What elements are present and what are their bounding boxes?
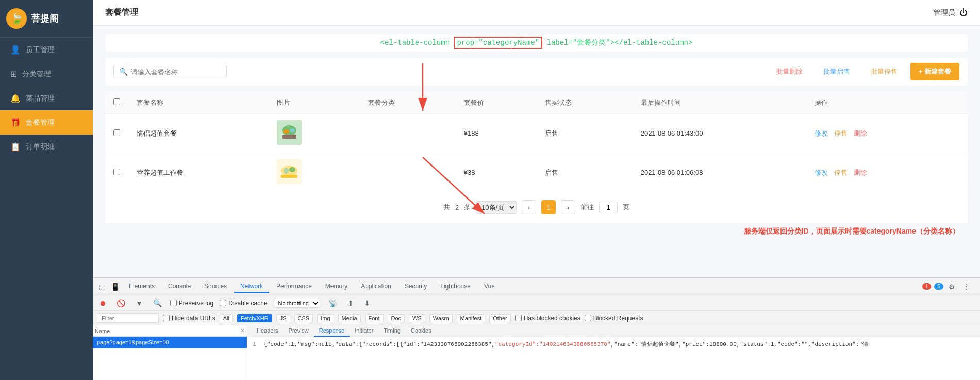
filter-font-btn[interactable]: Font — [365, 314, 384, 322]
tab-lighthouse[interactable]: Lighthouse — [434, 280, 477, 293]
add-setmeal-button[interactable]: + 新建套餐 — [910, 63, 959, 80]
logo-icon: 🍃 — [6, 8, 27, 29]
stop-btn-1[interactable]: 停售 — [834, 129, 848, 137]
import-btn[interactable]: 📡 — [326, 298, 339, 308]
header-user: 管理员 ⏻ — [934, 8, 968, 18]
filter-other-btn[interactable]: Other — [489, 314, 511, 322]
row-time-1: 2021-08-06 01:43:00 — [633, 114, 807, 153]
batch-delete-button[interactable]: 批量删除 — [768, 63, 810, 80]
warning-badge: 5 — [934, 283, 943, 290]
tab-sources[interactable]: Sources — [198, 280, 233, 293]
sidebar-item-category[interactable]: ⊞ 分类管理 — [0, 62, 93, 86]
svg-rect-2 — [282, 135, 296, 139]
filter-all-btn[interactable]: All — [220, 314, 233, 322]
disable-cache-checkbox[interactable] — [220, 300, 226, 306]
toolbar: 🔍 批量删除 批量启售 批量停售 + 新建套餐 — [105, 58, 968, 86]
row-name-1: 情侣超值套餐 — [128, 114, 269, 153]
row-checkbox-1[interactable] — [113, 129, 120, 136]
nr-tab-timing[interactable]: Timing — [378, 325, 406, 337]
filter-doc-btn[interactable]: Doc — [388, 314, 405, 322]
row-name-2: 营养超值工作餐 — [128, 153, 269, 192]
edit-btn-2[interactable]: 修改 — [815, 169, 828, 176]
record-btn[interactable]: ⏺ — [97, 298, 108, 308]
tab-vue[interactable]: Vue — [478, 280, 501, 293]
nr-tab-response[interactable]: Response — [314, 325, 350, 337]
row-img-2 — [269, 153, 360, 192]
delete-btn-2[interactable]: 删除 — [854, 169, 867, 176]
blocked-requests-checkbox[interactable] — [585, 315, 591, 321]
batch-stop-button[interactable]: 批量停售 — [863, 63, 905, 80]
sidebar-item-staff[interactable]: 👤 员工管理 — [0, 38, 93, 62]
devtools-filter-bar: Hide data URLs All Fetch/XHR JS CSS Img … — [93, 311, 980, 325]
filter-css-btn[interactable]: CSS — [294, 314, 313, 322]
filter-wasm-btn[interactable]: Wasm — [429, 314, 453, 322]
nr-tab-cookies[interactable]: Cookies — [406, 325, 437, 337]
delete-btn-1[interactable]: 删除 — [854, 129, 867, 137]
tab-console[interactable]: Console — [162, 280, 197, 293]
tab-performance[interactable]: Performance — [270, 280, 318, 293]
more-icon[interactable]: ⋮ — [960, 282, 972, 292]
clear-btn[interactable]: 🚫 — [114, 298, 127, 308]
sidebar-item-category-label: 分类管理 — [22, 70, 51, 79]
filter-manifest-btn[interactable]: Manifest — [457, 314, 486, 322]
filter-fetchxhr-btn[interactable]: Fetch/XHR — [237, 314, 272, 322]
settings-icon[interactable]: ⚙ — [946, 282, 957, 292]
filter-ws-btn[interactable]: WS — [409, 314, 425, 322]
filter-media-btn[interactable]: Media — [338, 314, 361, 322]
hide-data-urls-checkbox[interactable] — [163, 315, 170, 321]
filter-img-btn[interactable]: Img — [317, 314, 334, 322]
food-image-1 — [277, 120, 302, 145]
blocked-requests-text: Blocked Requests — [593, 315, 643, 322]
logout-icon[interactable]: ⏻ — [959, 8, 968, 18]
search-input[interactable] — [131, 68, 221, 76]
row-price-1: ¥188 — [456, 114, 537, 153]
search-icon: 🔍 — [119, 68, 128, 76]
nr-tab-preview[interactable]: Preview — [284, 325, 314, 337]
col-close[interactable]: ✕ — [240, 327, 245, 334]
prev-page-btn[interactable]: ‹ — [522, 200, 536, 214]
filter-input[interactable] — [97, 313, 159, 323]
filter-btn-icon[interactable]: ▼ — [134, 298, 145, 308]
select-all-checkbox[interactable] — [113, 98, 120, 105]
sidebar-item-setmeal-label: 套餐管理 — [26, 118, 55, 127]
throttle-select[interactable]: No throttling — [274, 299, 320, 308]
tab-network[interactable]: Network — [234, 280, 269, 293]
col-name-header: Name — [95, 328, 110, 334]
tab-elements[interactable]: Elements — [123, 280, 161, 293]
page-1-btn[interactable]: 1 — [541, 200, 556, 214]
export-btn[interactable]: ⬆ — [345, 298, 356, 308]
table-row: 营养超值工作餐 — [105, 153, 968, 192]
tab-application[interactable]: Application — [355, 280, 397, 293]
sidebar-item-setmeal[interactable]: 🎁 套餐管理 — [0, 110, 93, 135]
mobile-icon[interactable]: 📱 — [109, 282, 122, 292]
tab-security[interactable]: Security — [398, 280, 433, 293]
goto-page-input[interactable] — [599, 202, 618, 213]
nr-tab-headers[interactable]: Headers — [252, 325, 284, 337]
sidebar-item-order[interactable]: 📋 订单明细 — [0, 135, 93, 159]
col-img: 图片 — [269, 92, 360, 114]
row-actions-2: 修改 停售 删除 — [806, 153, 968, 192]
page-size-select[interactable]: 10条/页 20条/页 50条/页 — [476, 201, 517, 214]
row-checkbox-2[interactable] — [113, 169, 120, 175]
col-category: 套餐分类 — [360, 92, 456, 114]
main-header: 套餐管理 管理员 ⏻ — [93, 0, 980, 26]
network-row-1[interactable]: page?page=1&pageSize=10 — [93, 337, 247, 348]
nr-tab-initiator[interactable]: Initiator — [350, 325, 378, 337]
sidebar-item-dish[interactable]: 🔔 菜品管理 — [0, 86, 93, 110]
row-actions-1: 修改 停售 删除 — [806, 114, 968, 153]
edit-btn-1[interactable]: 修改 — [815, 129, 828, 137]
logo-text: 菩提阁 — [31, 12, 59, 25]
download-btn[interactable]: ⬇ — [362, 298, 372, 308]
batch-start-button[interactable]: 批量启售 — [816, 63, 858, 80]
inspect-icon[interactable]: ⬚ — [97, 282, 108, 292]
has-blocked-checkbox[interactable] — [515, 315, 522, 321]
col-status: 售卖状态 — [537, 92, 633, 114]
tab-memory[interactable]: Memory — [319, 280, 354, 293]
search-network-btn[interactable]: 🔍 — [151, 298, 164, 308]
preserve-log-checkbox[interactable] — [170, 300, 177, 306]
stop-btn-2[interactable]: 停售 — [834, 169, 848, 176]
sidebar-item-order-label: 订单明细 — [26, 142, 55, 152]
error-badge: 1 — [922, 283, 932, 290]
filter-js-btn[interactable]: JS — [276, 314, 290, 322]
next-page-btn[interactable]: › — [561, 200, 575, 214]
